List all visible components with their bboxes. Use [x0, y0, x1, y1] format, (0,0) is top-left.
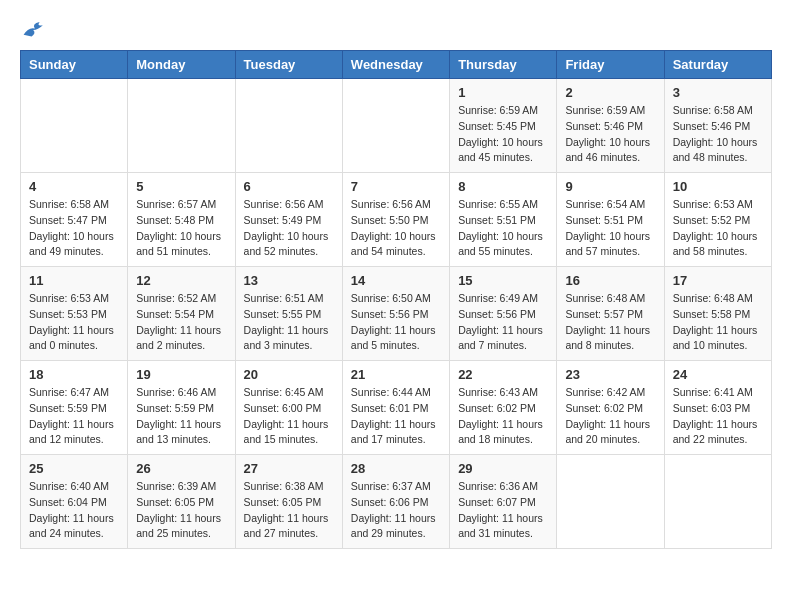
weekday-header-saturday: Saturday [664, 51, 771, 79]
calendar-cell [664, 455, 771, 549]
calendar-cell: 1Sunrise: 6:59 AMSunset: 5:45 PMDaylight… [450, 79, 557, 173]
calendar-cell: 12Sunrise: 6:52 AMSunset: 5:54 PMDayligh… [128, 267, 235, 361]
day-info: Sunrise: 6:46 AMSunset: 5:59 PMDaylight:… [136, 385, 226, 448]
day-number: 17 [673, 273, 763, 288]
page-header [20, 20, 772, 40]
day-number: 5 [136, 179, 226, 194]
calendar-cell: 3Sunrise: 6:58 AMSunset: 5:46 PMDaylight… [664, 79, 771, 173]
day-info: Sunrise: 6:58 AMSunset: 5:47 PMDaylight:… [29, 197, 119, 260]
weekday-header-friday: Friday [557, 51, 664, 79]
calendar-cell: 4Sunrise: 6:58 AMSunset: 5:47 PMDaylight… [21, 173, 128, 267]
calendar-cell: 17Sunrise: 6:48 AMSunset: 5:58 PMDayligh… [664, 267, 771, 361]
day-info: Sunrise: 6:45 AMSunset: 6:00 PMDaylight:… [244, 385, 334, 448]
day-number: 21 [351, 367, 441, 382]
day-info: Sunrise: 6:56 AMSunset: 5:50 PMDaylight:… [351, 197, 441, 260]
calendar-cell: 23Sunrise: 6:42 AMSunset: 6:02 PMDayligh… [557, 361, 664, 455]
calendar-cell: 25Sunrise: 6:40 AMSunset: 6:04 PMDayligh… [21, 455, 128, 549]
day-info: Sunrise: 6:48 AMSunset: 5:58 PMDaylight:… [673, 291, 763, 354]
day-number: 18 [29, 367, 119, 382]
day-info: Sunrise: 6:44 AMSunset: 6:01 PMDaylight:… [351, 385, 441, 448]
weekday-header-wednesday: Wednesday [342, 51, 449, 79]
calendar-cell: 28Sunrise: 6:37 AMSunset: 6:06 PMDayligh… [342, 455, 449, 549]
calendar-cell: 10Sunrise: 6:53 AMSunset: 5:52 PMDayligh… [664, 173, 771, 267]
day-number: 24 [673, 367, 763, 382]
calendar-cell: 8Sunrise: 6:55 AMSunset: 5:51 PMDaylight… [450, 173, 557, 267]
calendar-cell: 18Sunrise: 6:47 AMSunset: 5:59 PMDayligh… [21, 361, 128, 455]
weekday-header-sunday: Sunday [21, 51, 128, 79]
weekday-header-row: SundayMondayTuesdayWednesdayThursdayFrid… [21, 51, 772, 79]
calendar-cell: 22Sunrise: 6:43 AMSunset: 6:02 PMDayligh… [450, 361, 557, 455]
day-number: 28 [351, 461, 441, 476]
day-info: Sunrise: 6:52 AMSunset: 5:54 PMDaylight:… [136, 291, 226, 354]
calendar-cell: 2Sunrise: 6:59 AMSunset: 5:46 PMDaylight… [557, 79, 664, 173]
calendar-cell: 11Sunrise: 6:53 AMSunset: 5:53 PMDayligh… [21, 267, 128, 361]
calendar-cell: 26Sunrise: 6:39 AMSunset: 6:05 PMDayligh… [128, 455, 235, 549]
calendar-cell: 19Sunrise: 6:46 AMSunset: 5:59 PMDayligh… [128, 361, 235, 455]
day-number: 8 [458, 179, 548, 194]
day-number: 1 [458, 85, 548, 100]
weekday-header-monday: Monday [128, 51, 235, 79]
day-number: 12 [136, 273, 226, 288]
day-info: Sunrise: 6:56 AMSunset: 5:49 PMDaylight:… [244, 197, 334, 260]
day-number: 14 [351, 273, 441, 288]
calendar-table: SundayMondayTuesdayWednesdayThursdayFrid… [20, 50, 772, 549]
day-info: Sunrise: 6:59 AMSunset: 5:45 PMDaylight:… [458, 103, 548, 166]
day-number: 2 [565, 85, 655, 100]
calendar-cell [342, 79, 449, 173]
day-info: Sunrise: 6:49 AMSunset: 5:56 PMDaylight:… [458, 291, 548, 354]
day-number: 25 [29, 461, 119, 476]
calendar-cell: 7Sunrise: 6:56 AMSunset: 5:50 PMDaylight… [342, 173, 449, 267]
day-number: 13 [244, 273, 334, 288]
logo [20, 20, 48, 40]
calendar-cell: 9Sunrise: 6:54 AMSunset: 5:51 PMDaylight… [557, 173, 664, 267]
calendar-cell: 16Sunrise: 6:48 AMSunset: 5:57 PMDayligh… [557, 267, 664, 361]
day-info: Sunrise: 6:47 AMSunset: 5:59 PMDaylight:… [29, 385, 119, 448]
day-info: Sunrise: 6:48 AMSunset: 5:57 PMDaylight:… [565, 291, 655, 354]
calendar-cell: 15Sunrise: 6:49 AMSunset: 5:56 PMDayligh… [450, 267, 557, 361]
calendar-cell [21, 79, 128, 173]
day-number: 20 [244, 367, 334, 382]
calendar-cell: 5Sunrise: 6:57 AMSunset: 5:48 PMDaylight… [128, 173, 235, 267]
day-number: 27 [244, 461, 334, 476]
calendar-cell [235, 79, 342, 173]
day-info: Sunrise: 6:36 AMSunset: 6:07 PMDaylight:… [458, 479, 548, 542]
day-number: 3 [673, 85, 763, 100]
day-number: 23 [565, 367, 655, 382]
week-row-4: 18Sunrise: 6:47 AMSunset: 5:59 PMDayligh… [21, 361, 772, 455]
day-info: Sunrise: 6:42 AMSunset: 6:02 PMDaylight:… [565, 385, 655, 448]
day-number: 29 [458, 461, 548, 476]
calendar-cell: 20Sunrise: 6:45 AMSunset: 6:00 PMDayligh… [235, 361, 342, 455]
day-number: 4 [29, 179, 119, 194]
day-info: Sunrise: 6:53 AMSunset: 5:52 PMDaylight:… [673, 197, 763, 260]
day-number: 6 [244, 179, 334, 194]
week-row-1: 1Sunrise: 6:59 AMSunset: 5:45 PMDaylight… [21, 79, 772, 173]
day-info: Sunrise: 6:40 AMSunset: 6:04 PMDaylight:… [29, 479, 119, 542]
calendar-cell: 13Sunrise: 6:51 AMSunset: 5:55 PMDayligh… [235, 267, 342, 361]
day-number: 26 [136, 461, 226, 476]
day-info: Sunrise: 6:38 AMSunset: 6:05 PMDaylight:… [244, 479, 334, 542]
week-row-5: 25Sunrise: 6:40 AMSunset: 6:04 PMDayligh… [21, 455, 772, 549]
calendar-cell: 6Sunrise: 6:56 AMSunset: 5:49 PMDaylight… [235, 173, 342, 267]
day-number: 11 [29, 273, 119, 288]
day-number: 15 [458, 273, 548, 288]
week-row-3: 11Sunrise: 6:53 AMSunset: 5:53 PMDayligh… [21, 267, 772, 361]
day-number: 9 [565, 179, 655, 194]
day-info: Sunrise: 6:51 AMSunset: 5:55 PMDaylight:… [244, 291, 334, 354]
day-info: Sunrise: 6:54 AMSunset: 5:51 PMDaylight:… [565, 197, 655, 260]
day-number: 19 [136, 367, 226, 382]
day-info: Sunrise: 6:57 AMSunset: 5:48 PMDaylight:… [136, 197, 226, 260]
calendar-cell: 24Sunrise: 6:41 AMSunset: 6:03 PMDayligh… [664, 361, 771, 455]
day-info: Sunrise: 6:58 AMSunset: 5:46 PMDaylight:… [673, 103, 763, 166]
day-info: Sunrise: 6:39 AMSunset: 6:05 PMDaylight:… [136, 479, 226, 542]
calendar-cell: 27Sunrise: 6:38 AMSunset: 6:05 PMDayligh… [235, 455, 342, 549]
day-number: 22 [458, 367, 548, 382]
day-info: Sunrise: 6:50 AMSunset: 5:56 PMDaylight:… [351, 291, 441, 354]
day-info: Sunrise: 6:37 AMSunset: 6:06 PMDaylight:… [351, 479, 441, 542]
day-number: 16 [565, 273, 655, 288]
calendar-cell: 21Sunrise: 6:44 AMSunset: 6:01 PMDayligh… [342, 361, 449, 455]
day-info: Sunrise: 6:43 AMSunset: 6:02 PMDaylight:… [458, 385, 548, 448]
week-row-2: 4Sunrise: 6:58 AMSunset: 5:47 PMDaylight… [21, 173, 772, 267]
calendar-cell: 29Sunrise: 6:36 AMSunset: 6:07 PMDayligh… [450, 455, 557, 549]
weekday-header-tuesday: Tuesday [235, 51, 342, 79]
weekday-header-thursday: Thursday [450, 51, 557, 79]
